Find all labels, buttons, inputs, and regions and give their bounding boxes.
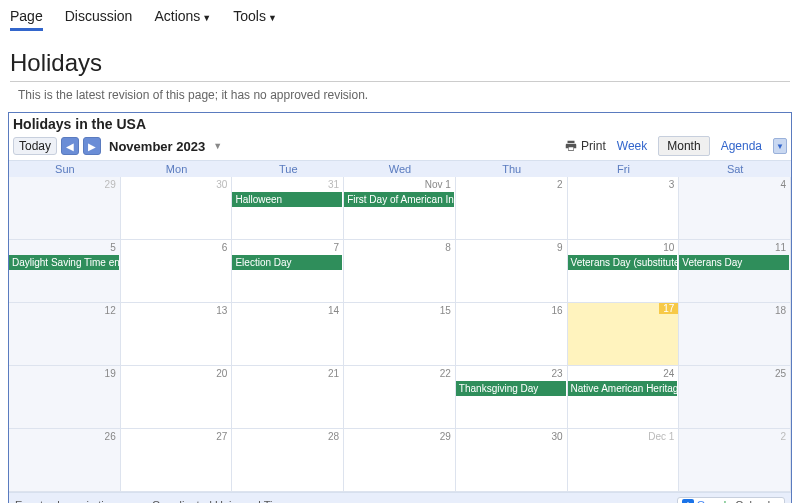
divider <box>10 81 790 82</box>
day-number: 24 <box>663 368 674 379</box>
dow-tue: Tue <box>232 161 344 177</box>
calendar-event[interactable]: Daylight Saving Time ends <box>9 255 119 270</box>
day-number: 16 <box>551 305 562 316</box>
calendar-embed: Holidays in the USA Today ◀ ▶ November 2… <box>8 112 792 503</box>
view-agenda-button[interactable]: Agenda <box>712 136 771 156</box>
calendar-title: Holidays in the USA <box>9 113 791 134</box>
tab-page[interactable]: Page <box>10 8 43 31</box>
calendar-cell[interactable]: 27 <box>121 429 233 492</box>
view-week-button[interactable]: Week <box>608 136 656 156</box>
calendar-cell[interactable]: 11Veterans Day <box>679 240 791 303</box>
day-number: 5 <box>110 242 116 253</box>
add-to-google-calendar-button[interactable]: + Google Calendar <box>677 497 785 503</box>
calendar-cell[interactable]: 15 <box>344 303 456 366</box>
calendar-cell[interactable]: 2 <box>456 177 568 240</box>
calendar-toolbar: Today ◀ ▶ November 2023 ▼ Print Week Mon… <box>9 134 791 161</box>
calendar-cell[interactable]: 4 <box>679 177 791 240</box>
calendar-cell[interactable]: 17 <box>568 303 680 366</box>
calendar-cell[interactable]: 14 <box>232 303 344 366</box>
day-number: 8 <box>445 242 451 253</box>
calendar-cell[interactable]: Nov 1First Day of American Indian Herita… <box>344 177 456 240</box>
dow-mon: Mon <box>121 161 233 177</box>
top-nav: Page Discussion Actions▼ Tools▼ <box>0 0 800 31</box>
calendar-cell[interactable]: 2 <box>679 429 791 492</box>
tab-discussion[interactable]: Discussion <box>65 8 133 31</box>
calendar-event[interactable]: Halloween <box>232 192 342 207</box>
calendar-event[interactable]: First Day of American Indian Heritage <box>344 192 454 207</box>
calendar-cell[interactable]: 7Election Day <box>232 240 344 303</box>
day-number: 20 <box>216 368 227 379</box>
calendar-menu-button[interactable]: ▼ <box>773 138 787 154</box>
print-label: Print <box>581 139 606 153</box>
caret-down-icon: ▼ <box>202 13 211 23</box>
calendar-cell[interactable]: 21 <box>232 366 344 429</box>
calendar-cell[interactable]: 12 <box>9 303 121 366</box>
day-of-week-header: Sun Mon Tue Wed Thu Fri Sat <box>9 161 791 177</box>
tab-tools[interactable]: Tools▼ <box>233 8 277 31</box>
revision-note: This is the latest revision of this page… <box>0 88 800 112</box>
calendar-cell[interactable]: 28 <box>232 429 344 492</box>
calendar-cell[interactable]: 6 <box>121 240 233 303</box>
view-month-button[interactable]: Month <box>658 136 709 156</box>
timezone-label: Events shown in time zone: Coordinated U… <box>15 499 288 503</box>
calendar-event[interactable]: Thanksgiving Day <box>456 381 566 396</box>
calendar-cell[interactable]: 30 <box>456 429 568 492</box>
calendar-cell[interactable]: 26 <box>9 429 121 492</box>
day-number: 13 <box>216 305 227 316</box>
day-number: 3 <box>669 179 675 190</box>
day-number: 2 <box>780 431 786 442</box>
calendar-cell[interactable]: 19 <box>9 366 121 429</box>
calendar-event[interactable]: Native American Heritage <box>568 381 678 396</box>
month-picker-caret-icon[interactable]: ▼ <box>213 141 222 151</box>
calendar-cell[interactable]: 20 <box>121 366 233 429</box>
calendar-cell[interactable]: 13 <box>121 303 233 366</box>
day-number: 28 <box>328 431 339 442</box>
tab-actions[interactable]: Actions▼ <box>154 8 211 31</box>
day-number: 6 <box>222 242 228 253</box>
calendar-cell[interactable]: 9 <box>456 240 568 303</box>
day-number: Nov 1 <box>425 179 451 190</box>
calendar-grid: 293031HalloweenNov 1First Day of America… <box>9 177 791 492</box>
calendar-cell[interactable]: 30 <box>121 177 233 240</box>
calendar-cell[interactable]: 5Daylight Saving Time ends <box>9 240 121 303</box>
day-number: Dec 1 <box>648 431 674 442</box>
print-button[interactable]: Print <box>564 139 606 153</box>
calendar-cell[interactable]: Dec 1 <box>568 429 680 492</box>
calendar-cell[interactable]: 23Thanksgiving Day <box>456 366 568 429</box>
tab-tools-label: Tools <box>233 8 266 24</box>
day-number: 19 <box>105 368 116 379</box>
day-number: 22 <box>440 368 451 379</box>
calendar-cell[interactable]: 3 <box>568 177 680 240</box>
day-number: 15 <box>440 305 451 316</box>
today-button[interactable]: Today <box>13 137 57 155</box>
gcal-label: Calendar <box>735 499 780 503</box>
day-number: 12 <box>105 305 116 316</box>
dow-sat: Sat <box>679 161 791 177</box>
calendar-event[interactable]: Election Day <box>232 255 342 270</box>
calendar-cell[interactable]: 8 <box>344 240 456 303</box>
calendar-cell[interactable]: 29 <box>344 429 456 492</box>
day-number: 17 <box>659 303 678 314</box>
day-number: 4 <box>780 179 786 190</box>
day-number: 26 <box>105 431 116 442</box>
calendar-cell[interactable]: 25 <box>679 366 791 429</box>
calendar-cell[interactable]: 16 <box>456 303 568 366</box>
prev-button[interactable]: ◀ <box>61 137 79 155</box>
calendar-cell[interactable]: 22 <box>344 366 456 429</box>
day-number: 29 <box>440 431 451 442</box>
calendar-event[interactable]: Veterans Day (substitute) <box>568 255 678 270</box>
calendar-cell[interactable]: 10Veterans Day (substitute) <box>568 240 680 303</box>
day-number: 9 <box>557 242 563 253</box>
next-button[interactable]: ▶ <box>83 137 101 155</box>
day-number: 7 <box>334 242 340 253</box>
calendar-event[interactable]: Veterans Day <box>679 255 789 270</box>
day-number: 2 <box>557 179 563 190</box>
calendar-cell[interactable]: 29 <box>9 177 121 240</box>
calendar-cell[interactable]: 18 <box>679 303 791 366</box>
page-title: Holidays <box>10 49 790 77</box>
day-number: 10 <box>663 242 674 253</box>
calendar-cell[interactable]: 31Halloween <box>232 177 344 240</box>
day-number: 30 <box>216 179 227 190</box>
calendar-cell[interactable]: 24Native American Heritage <box>568 366 680 429</box>
google-logo: Google <box>697 499 733 503</box>
